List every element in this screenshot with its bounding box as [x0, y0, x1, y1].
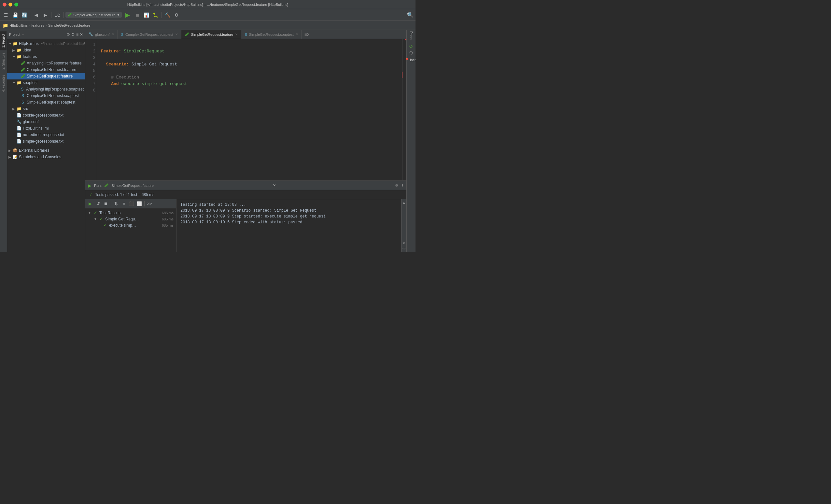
expand-btn[interactable]: ⬛ [128, 200, 135, 207]
settings-button[interactable]: ⚙ [173, 11, 181, 19]
hamburger-button[interactable]: ☰ [2, 11, 10, 19]
output-line-3: 2018.09.17 13:08:09.9 Step started: exec… [180, 214, 397, 219]
tree-item-glue-conf[interactable]: 🔧 glue.conf [7, 119, 85, 125]
local-selector[interactable]: 📍 local [405, 58, 416, 62]
sidebar-sort-icon[interactable]: ≡ [76, 32, 79, 37]
more-tabs-label: ≡3 [305, 32, 310, 37]
tree-label-idea: .idea [23, 48, 31, 52]
tree-item-idea[interactable]: ▶ 📁 .idea [7, 47, 85, 53]
tree-item-scratches[interactable]: ▶ 📝 Scratches and Consoles [7, 154, 85, 160]
collapse-btn[interactable]: ⬜ [136, 200, 143, 207]
sync-button[interactable]: 🔄 [20, 11, 28, 19]
structure-tab[interactable]: 2: Structure [0, 50, 6, 72]
tree-item-src[interactable]: ▶ 📁 src [7, 106, 85, 112]
tab-close-simple-soaptest[interactable]: ✕ [296, 33, 298, 36]
run-rerun-btn[interactable]: ↺ [94, 200, 102, 207]
tab-label-simple-soaptest: SimpleGetRequest.soaptest [249, 33, 294, 36]
tab-label-simple-feature: SimpleGetRequest.feature [191, 33, 233, 36]
code-editor[interactable]: 1 2 3 4 5 6 7 8 Feature: SimpleGetReques… [85, 39, 406, 180]
tree-item-analysing-feature[interactable]: 🥒 AnalysingHttpResponse.feature [7, 60, 85, 66]
toolbar-sep-2 [51, 12, 52, 18]
phone-label: Phon [409, 31, 413, 40]
tree-item-complex-soaptest[interactable]: S ComplexGetRequest.soaptest [7, 92, 85, 99]
breadcrumb-file[interactable]: SimpleGetRequest.feature [48, 24, 90, 27]
tree-item-analysing-soaptest[interactable]: S AnalysingHttpResponse.soaptest [7, 86, 85, 92]
close-button[interactable] [3, 3, 6, 6]
folder-icon-src: 📁 [16, 106, 22, 111]
tree-item-root[interactable]: ▼ 📁 HttpBuiltins ~/Intact-studioProjects… [7, 40, 85, 47]
run-left-panel: ▶ ↺ ⏹ ⇅ ≡ ⬛ ⬜ >> ▼ [85, 199, 176, 252]
sort-btn[interactable]: ⇅ [112, 200, 119, 207]
run-stop-btn[interactable]: ⏹ [102, 200, 109, 207]
tree-item-simple-get-response[interactable]: 📄 simple-get-response.txt [7, 138, 85, 145]
right-search-icon[interactable]: Q [409, 50, 413, 55]
tab-glue-conf[interactable]: 🔧 glue.conf ✕ [85, 30, 118, 39]
scroll-down-btn[interactable]: ▼ [402, 241, 406, 245]
debug-button[interactable]: 🐛 [152, 11, 160, 19]
output-line-2: 2018.09.17 13:08:09.9 Scenario started: … [180, 208, 397, 214]
minimize-button[interactable] [8, 3, 12, 6]
run-panel-close[interactable]: ✕ [270, 181, 279, 190]
project-tab[interactable]: 1: Project [0, 31, 6, 50]
tree-item-no-redirect[interactable]: 📄 no-redirect-response.txt [7, 131, 85, 138]
sidebar-sync-icon[interactable]: ⟳ [67, 32, 70, 37]
folder-icon-soaptest: 📁 [16, 80, 22, 85]
tree-label-scratches: Scratches and Consoles [19, 155, 61, 159]
search-button[interactable]: 🔍 [407, 12, 413, 18]
breadcrumb-features[interactable]: features [31, 24, 44, 27]
tab-close-glue[interactable]: ✕ [112, 33, 114, 36]
vcs-button[interactable]: ⎇ [53, 11, 61, 19]
build-button[interactable]: 🔨 [164, 11, 172, 19]
run-panel-gear[interactable]: ⚙ [395, 183, 398, 187]
stop-button[interactable]: ⏹ [134, 11, 141, 19]
tree-item-cookie-txt[interactable]: 📄 cookie-get-response.txt [7, 112, 85, 119]
breadcrumb-root[interactable]: HttpBuiltins [9, 24, 28, 27]
tree-label-iml: HttpBuiltins.iml [23, 126, 49, 130]
tree-label-complex-feature: ComplexGetRequest.feature [27, 67, 76, 72]
scroll-up-btn[interactable]: ▲ [402, 201, 406, 204]
forward-button[interactable]: ▶ [41, 11, 49, 19]
favorites-tab[interactable]: 4: Favorites [0, 72, 6, 94]
tree-item-soaptest[interactable]: ▼ 📁 soaptest [7, 80, 85, 86]
sidebar-close-icon[interactable]: ✕ [80, 32, 83, 37]
sidebar-gear-icon[interactable]: ⚙ [71, 32, 75, 37]
tree-item-external-libs[interactable]: ▶ 📦 External Libraries [7, 147, 85, 154]
run-label: Run: [94, 184, 102, 187]
run-config-selector[interactable]: 🥒 SimpleGetRequest.feature ▼ [65, 12, 122, 18]
run-item-scenario[interactable]: ▼ ✓ Simple Get Requ… 685 ms [85, 216, 176, 222]
tab-simple-feature[interactable]: 🥒 SimpleGetRequest.feature ✕ [181, 30, 241, 39]
maximize-button[interactable] [14, 3, 18, 6]
run-item-root[interactable]: ▼ ✓ Test Results 685 ms [85, 210, 176, 216]
tree-item-simple-feature[interactable]: 🥒 SimpleGetRequest.feature [7, 73, 85, 80]
run-item-step[interactable]: ✓ execute simp… 685 ms [85, 222, 176, 228]
filter-btn[interactable]: ≡ [120, 200, 127, 207]
play-button[interactable]: ▶ [123, 10, 132, 20]
code-content[interactable]: Feature: SimpleGetRequest Scenario: Simp… [97, 39, 402, 180]
tree-item-simple-soaptest[interactable]: S SimpleGetRequest.soaptest [7, 99, 85, 106]
run-panel: ▶ Run: 🥒 SimpleGetRequest.feature ✕ ⚙ ⬇ … [85, 180, 406, 252]
main-area: 1: Project 2: Structure 4: Favorites Pro… [0, 30, 416, 252]
coverage-button[interactable]: 📊 [143, 11, 150, 19]
run-play-btn[interactable]: ▶ [87, 200, 94, 207]
more-tabs[interactable]: ≡3 [302, 30, 312, 39]
back-button[interactable]: ◀ [32, 11, 40, 19]
sidebar-icons: ⟳ ⚙ ≡ ✕ [67, 32, 83, 37]
tree-item-complex-feature[interactable]: 🥒 ComplexGetRequest.feature [7, 66, 85, 73]
project-tree: ▼ 📁 HttpBuiltins ~/Intact-studioProjects… [7, 39, 85, 252]
tab-close-simple-feature[interactable]: ✕ [235, 33, 238, 36]
tab-close-complex[interactable]: ✕ [175, 33, 178, 36]
tree-item-iml[interactable]: 📄 HttpBuiltins.iml [7, 125, 85, 131]
refresh-icon[interactable]: ⟳ [409, 43, 413, 49]
tree-item-features[interactable]: ▼ 📁 features [7, 53, 85, 60]
save-button[interactable]: 💾 [11, 11, 19, 19]
tree-label-cookie-txt: cookie-get-response.txt [23, 113, 63, 118]
run-panel-download[interactable]: ⬇ [401, 183, 404, 187]
tab-simple-soaptest[interactable]: S SimpleGetRequest.soaptest ✕ [241, 30, 302, 39]
tree-label-simple-get-response: simple-get-response.txt [23, 139, 63, 144]
tests-passed-bar: ✓ Tests passed: 1 of 1 test – 685 ms [85, 190, 406, 199]
tree-path-root: ~/Intact-studioProjects/HttpBuiltins [41, 42, 85, 46]
more-btn[interactable]: >> [146, 200, 153, 207]
tab-complex-soaptest[interactable]: S ComplexGetRequest.soaptest ✕ [118, 30, 181, 39]
run-panel-header: ▶ Run: 🥒 SimpleGetRequest.feature ✕ ⚙ ⬇ [85, 181, 406, 190]
expand-panel-btn[interactable]: ⇔ [402, 246, 405, 251]
